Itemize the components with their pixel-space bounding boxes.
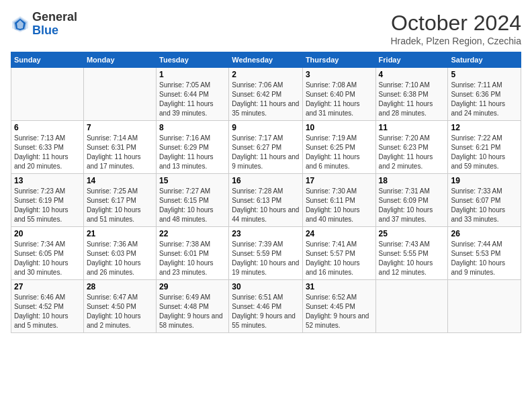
week-row-3: 13Sunrise: 7:23 AMSunset: 6:19 PMDayligh…	[11, 174, 521, 227]
day-header-tuesday: Tuesday	[157, 52, 229, 68]
logo-icon	[11, 15, 30, 34]
day-cell: 1Sunrise: 7:05 AMSunset: 6:44 PMDaylight…	[157, 68, 229, 121]
day-info: Sunrise: 7:10 AMSunset: 6:38 PMDaylight:…	[379, 81, 445, 118]
week-row-1: 1Sunrise: 7:05 AMSunset: 6:44 PMDaylight…	[11, 68, 521, 121]
day-number: 2	[232, 70, 300, 79]
day-info: Sunrise: 7:44 AMSunset: 5:53 PMDaylight:…	[451, 240, 518, 277]
day-number: 25	[379, 229, 445, 238]
day-header-friday: Friday	[375, 52, 448, 68]
day-number: 18	[379, 176, 445, 185]
day-info: Sunrise: 7:31 AMSunset: 6:09 PMDaylight:…	[379, 187, 445, 224]
day-info: Sunrise: 6:52 AMSunset: 4:45 PMDaylight:…	[306, 293, 373, 330]
header: General Blue October 2024 Hradek, Plzen …	[11, 11, 521, 46]
day-cell: 30Sunrise: 6:51 AMSunset: 4:46 PMDayligh…	[229, 280, 303, 333]
day-info: Sunrise: 7:33 AMSunset: 6:07 PMDaylight:…	[451, 187, 518, 224]
day-cell: 16Sunrise: 7:28 AMSunset: 6:13 PMDayligh…	[229, 174, 303, 227]
day-number: 19	[451, 176, 518, 185]
day-header-monday: Monday	[83, 52, 156, 68]
day-number: 12	[451, 123, 518, 132]
day-number: 24	[306, 229, 373, 238]
day-number: 7	[87, 123, 153, 132]
day-info: Sunrise: 7:28 AMSunset: 6:13 PMDaylight:…	[232, 187, 300, 224]
day-cell: 10Sunrise: 7:19 AMSunset: 6:25 PMDayligh…	[302, 121, 375, 174]
week-row-2: 6Sunrise: 7:13 AMSunset: 6:33 PMDaylight…	[11, 121, 521, 174]
day-cell: 8Sunrise: 7:16 AMSunset: 6:29 PMDaylight…	[157, 121, 229, 174]
day-cell: 23Sunrise: 7:39 AMSunset: 5:59 PMDayligh…	[229, 227, 303, 280]
day-number: 16	[232, 176, 300, 185]
day-info: Sunrise: 7:06 AMSunset: 6:42 PMDaylight:…	[232, 81, 300, 118]
logo-general-text: General	[32, 10, 77, 24]
day-cell: 22Sunrise: 7:38 AMSunset: 6:01 PMDayligh…	[157, 227, 229, 280]
day-cell: 5Sunrise: 7:11 AMSunset: 6:36 PMDaylight…	[448, 68, 521, 121]
day-info: Sunrise: 7:27 AMSunset: 6:15 PMDaylight:…	[159, 187, 226, 224]
day-cell: 26Sunrise: 7:44 AMSunset: 5:53 PMDayligh…	[448, 227, 521, 280]
day-info: Sunrise: 7:14 AMSunset: 6:31 PMDaylight:…	[87, 134, 153, 171]
day-number: 11	[379, 123, 445, 132]
day-number: 10	[306, 123, 373, 132]
day-cell	[448, 280, 521, 333]
day-number: 26	[451, 229, 518, 238]
day-number: 6	[14, 123, 81, 132]
day-header-thursday: Thursday	[302, 52, 375, 68]
day-number: 22	[159, 229, 226, 238]
day-number: 14	[87, 176, 153, 185]
day-cell: 15Sunrise: 7:27 AMSunset: 6:15 PMDayligh…	[157, 174, 229, 227]
day-info: Sunrise: 7:38 AMSunset: 6:01 PMDaylight:…	[159, 240, 226, 277]
day-cell: 7Sunrise: 7:14 AMSunset: 6:31 PMDaylight…	[83, 121, 156, 174]
day-number: 9	[232, 123, 300, 132]
day-info: Sunrise: 7:11 AMSunset: 6:36 PMDaylight:…	[451, 81, 518, 118]
day-cell: 11Sunrise: 7:20 AMSunset: 6:23 PMDayligh…	[375, 121, 448, 174]
title-area: October 2024 Hradek, Plzen Region, Czech…	[390, 11, 521, 46]
day-info: Sunrise: 7:34 AMSunset: 6:05 PMDaylight:…	[14, 240, 81, 277]
day-number: 4	[379, 70, 445, 79]
day-cell	[375, 280, 448, 333]
day-cell: 2Sunrise: 7:06 AMSunset: 6:42 PMDaylight…	[229, 68, 303, 121]
day-cell: 17Sunrise: 7:30 AMSunset: 6:11 PMDayligh…	[302, 174, 375, 227]
day-info: Sunrise: 7:43 AMSunset: 5:55 PMDaylight:…	[379, 240, 445, 277]
day-cell: 29Sunrise: 6:49 AMSunset: 4:48 PMDayligh…	[157, 280, 229, 333]
day-cell: 6Sunrise: 7:13 AMSunset: 6:33 PMDaylight…	[11, 121, 84, 174]
logo-blue-text: Blue	[32, 24, 58, 37]
day-info: Sunrise: 7:36 AMSunset: 6:03 PMDaylight:…	[87, 240, 153, 277]
day-info: Sunrise: 7:23 AMSunset: 6:19 PMDaylight:…	[14, 187, 81, 224]
day-info: Sunrise: 7:17 AMSunset: 6:27 PMDaylight:…	[232, 134, 300, 171]
month-title: October 2024	[390, 11, 521, 36]
week-row-5: 27Sunrise: 6:46 AMSunset: 4:52 PMDayligh…	[11, 280, 521, 333]
calendar-table: SundayMondayTuesdayWednesdayThursdayFrid…	[11, 52, 521, 333]
days-header-row: SundayMondayTuesdayWednesdayThursdayFrid…	[11, 52, 521, 68]
day-cell: 25Sunrise: 7:43 AMSunset: 5:55 PMDayligh…	[375, 227, 448, 280]
day-number: 30	[232, 282, 300, 291]
day-number: 13	[14, 176, 81, 185]
week-row-4: 20Sunrise: 7:34 AMSunset: 6:05 PMDayligh…	[11, 227, 521, 280]
day-info: Sunrise: 7:05 AMSunset: 6:44 PMDaylight:…	[159, 81, 226, 118]
day-info: Sunrise: 6:46 AMSunset: 4:52 PMDaylight:…	[14, 293, 81, 330]
day-number: 31	[306, 282, 373, 291]
day-number: 5	[451, 70, 518, 79]
day-info: Sunrise: 7:16 AMSunset: 6:29 PMDaylight:…	[159, 134, 226, 171]
day-cell: 3Sunrise: 7:08 AMSunset: 6:40 PMDaylight…	[302, 68, 375, 121]
day-cell: 24Sunrise: 7:41 AMSunset: 5:57 PMDayligh…	[302, 227, 375, 280]
day-cell: 4Sunrise: 7:10 AMSunset: 6:38 PMDaylight…	[375, 68, 448, 121]
day-number: 17	[306, 176, 373, 185]
day-cell: 19Sunrise: 7:33 AMSunset: 6:07 PMDayligh…	[448, 174, 521, 227]
day-number: 21	[87, 229, 153, 238]
day-header-wednesday: Wednesday	[229, 52, 303, 68]
day-info: Sunrise: 7:13 AMSunset: 6:33 PMDaylight:…	[14, 134, 81, 171]
day-info: Sunrise: 7:20 AMSunset: 6:23 PMDaylight:…	[379, 134, 445, 171]
location-subtitle: Hradek, Plzen Region, Czechia	[390, 36, 521, 46]
day-number: 15	[159, 176, 226, 185]
day-cell: 9Sunrise: 7:17 AMSunset: 6:27 PMDaylight…	[229, 121, 303, 174]
day-number: 1	[159, 70, 226, 79]
day-info: Sunrise: 7:25 AMSunset: 6:17 PMDaylight:…	[87, 187, 153, 224]
day-number: 27	[14, 282, 81, 291]
day-header-sunday: Sunday	[11, 52, 84, 68]
day-info: Sunrise: 7:41 AMSunset: 5:57 PMDaylight:…	[306, 240, 373, 277]
day-info: Sunrise: 7:22 AMSunset: 6:21 PMDaylight:…	[451, 134, 518, 171]
day-info: Sunrise: 7:08 AMSunset: 6:40 PMDaylight:…	[306, 81, 373, 118]
day-cell: 18Sunrise: 7:31 AMSunset: 6:09 PMDayligh…	[375, 174, 448, 227]
day-number: 23	[232, 229, 300, 238]
day-cell: 14Sunrise: 7:25 AMSunset: 6:17 PMDayligh…	[83, 174, 156, 227]
day-cell: 20Sunrise: 7:34 AMSunset: 6:05 PMDayligh…	[11, 227, 84, 280]
day-info: Sunrise: 7:19 AMSunset: 6:25 PMDaylight:…	[306, 134, 373, 171]
day-number: 20	[14, 229, 81, 238]
